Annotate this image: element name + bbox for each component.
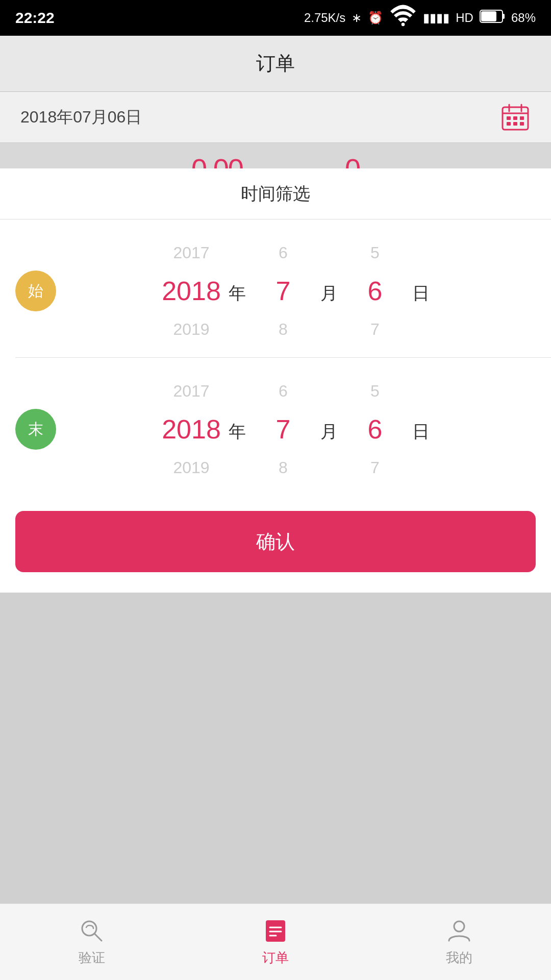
battery-icon bbox=[480, 9, 505, 27]
end-date-picker[interactable]: 末 2017 2018 2019 年 6 7 8 月 5 bbox=[0, 358, 551, 496]
start-picker-columns: 2017 2018 2019 年 6 7 8 月 5 6 7 bbox=[158, 235, 434, 347]
start-day-label: 日 bbox=[408, 282, 434, 305]
svg-rect-9 bbox=[513, 116, 517, 120]
confirm-button[interactable]: 确认 bbox=[15, 511, 536, 572]
tab-bar: 验证 订单 我的 bbox=[0, 903, 551, 980]
tab-order[interactable]: 订单 bbox=[184, 904, 367, 980]
network-speed: 2.75K/s bbox=[304, 11, 345, 25]
end-day-prev: 5 bbox=[342, 373, 408, 409]
modal-title: 时间筛选 bbox=[0, 168, 551, 219]
start-month-label: 月 bbox=[316, 282, 342, 305]
tab-mine-label: 我的 bbox=[446, 949, 472, 967]
end-day-label: 日 bbox=[408, 420, 434, 444]
start-badge: 始 bbox=[15, 271, 56, 311]
end-day-next: 7 bbox=[342, 450, 408, 485]
signal-icon: ▮▮▮▮ bbox=[423, 11, 449, 25]
end-day-selected: 6 bbox=[342, 409, 408, 450]
start-date-picker[interactable]: 始 2017 2018 2019 年 6 7 8 月 5 bbox=[0, 219, 551, 357]
start-month-col[interactable]: 6 7 8 bbox=[250, 235, 316, 347]
end-month-label: 月 bbox=[316, 420, 342, 444]
start-year-col[interactable]: 2017 2018 2019 bbox=[158, 235, 224, 347]
date-bar[interactable]: 2018年07月06日 bbox=[0, 92, 551, 143]
tab-verify[interactable]: 验证 bbox=[0, 904, 184, 980]
status-bar: 22:22 2.75K/s ∗ ⏰ ▮▮▮▮ HD 68% bbox=[0, 0, 551, 36]
end-year-col[interactable]: 2017 2018 2019 bbox=[158, 373, 224, 485]
start-day-selected: 6 bbox=[342, 271, 408, 311]
svg-rect-8 bbox=[507, 116, 511, 120]
bluetooth-icon: ∗ bbox=[352, 11, 362, 25]
svg-line-15 bbox=[94, 934, 102, 941]
svg-point-20 bbox=[454, 921, 464, 932]
svg-rect-11 bbox=[507, 122, 511, 126]
end-year-label: 年 bbox=[224, 420, 250, 444]
start-day-prev: 5 bbox=[342, 235, 408, 271]
end-picker-columns: 2017 2018 2019 年 6 7 8 月 5 6 7 bbox=[158, 373, 434, 485]
end-month-selected: 7 bbox=[250, 409, 316, 450]
svg-rect-3 bbox=[481, 11, 496, 21]
selected-date: 2018年07月06日 bbox=[20, 106, 142, 129]
start-day-col[interactable]: 5 6 7 bbox=[342, 235, 408, 347]
tab-order-label: 订单 bbox=[262, 949, 289, 967]
hd-badge: HD bbox=[456, 11, 473, 25]
end-year-prev: 2017 bbox=[158, 373, 224, 409]
start-year-next: 2019 bbox=[158, 311, 224, 347]
end-day-col[interactable]: 5 6 7 bbox=[342, 373, 408, 485]
start-year-selected: 2018 bbox=[158, 271, 224, 311]
end-year-next: 2019 bbox=[158, 450, 224, 485]
end-year-selected: 2018 bbox=[158, 409, 224, 450]
page-title: 订单 bbox=[256, 51, 295, 77]
end-picker-row: 末 2017 2018 2019 年 6 7 8 月 5 bbox=[0, 373, 551, 485]
svg-rect-10 bbox=[520, 116, 524, 120]
alarm-icon: ⏰ bbox=[368, 11, 383, 25]
svg-point-0 bbox=[402, 22, 405, 26]
svg-rect-13 bbox=[520, 122, 524, 126]
svg-rect-2 bbox=[503, 14, 505, 19]
start-month-next: 8 bbox=[250, 311, 316, 347]
page-header: 订单 bbox=[0, 36, 551, 92]
wifi-icon bbox=[389, 3, 417, 33]
time-filter-modal: 时间筛选 始 2017 2018 2019 年 6 7 8 月 bbox=[0, 168, 551, 593]
start-picker-row: 始 2017 2018 2019 年 6 7 8 月 5 bbox=[0, 235, 551, 347]
start-year-label: 年 bbox=[224, 282, 250, 305]
status-right: 2.75K/s ∗ ⏰ ▮▮▮▮ HD 68% bbox=[304, 3, 536, 33]
svg-rect-12 bbox=[513, 122, 517, 126]
tab-mine[interactable]: 我的 bbox=[367, 904, 551, 980]
calendar-button[interactable] bbox=[500, 102, 531, 133]
end-month-next: 8 bbox=[250, 450, 316, 485]
start-day-next: 7 bbox=[342, 311, 408, 347]
battery-percent: 68% bbox=[511, 11, 536, 25]
end-month-col[interactable]: 6 7 8 bbox=[250, 373, 316, 485]
end-month-prev: 6 bbox=[250, 373, 316, 409]
gray-backdrop bbox=[0, 699, 551, 903]
status-time: 22:22 bbox=[15, 9, 55, 27]
start-month-prev: 6 bbox=[250, 235, 316, 271]
end-badge: 末 bbox=[15, 409, 56, 450]
start-month-selected: 7 bbox=[250, 271, 316, 311]
tab-verify-label: 验证 bbox=[79, 949, 105, 967]
start-year-prev: 2017 bbox=[158, 235, 224, 271]
